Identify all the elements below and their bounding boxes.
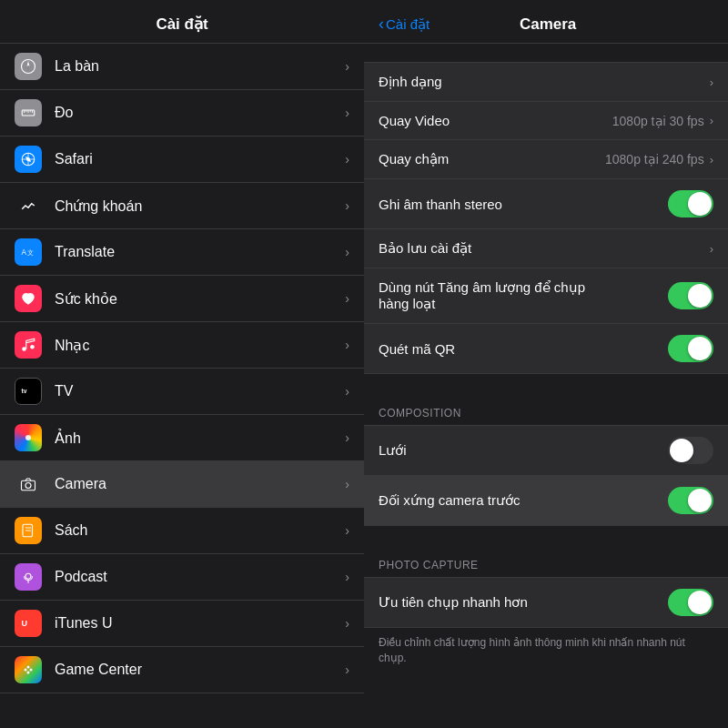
camera-icon (15, 470, 42, 498)
do-chevron: › (345, 106, 349, 120)
dung-nut-label: Dùng nút Tăng âm lượng để chụphàng loạt (379, 279, 668, 312)
doi-xung-label: Đối xứng camera trước (379, 492, 668, 509)
setting-quet-qr[interactable]: Quét mã QR (364, 324, 728, 374)
setting-quay-cham[interactable]: Quay chậm1080p tại 240 fps› (364, 140, 728, 179)
do-label: Đo (55, 105, 345, 121)
camera-label: Camera (55, 476, 345, 492)
uu-tien-toggle[interactable] (668, 589, 713, 616)
setting-quay-video[interactable]: Quay Video1080p tại 30 fps› (364, 102, 728, 140)
left-header: Cài đặt (0, 0, 364, 44)
right-header: ‹ Cài đặt Camera (364, 0, 728, 44)
svg-text:文: 文 (27, 249, 34, 256)
game-center-icon (15, 656, 42, 683)
chung-khoan-chevron: › (345, 198, 349, 213)
svg-point-30 (27, 672, 30, 674)
left-item-game-center[interactable]: Game Center› (0, 647, 364, 693)
setting-ghi-am[interactable]: Ghi âm thanh stereo (364, 179, 728, 229)
tv-icon: tv (15, 378, 42, 405)
ghi-am-toggle[interactable] (668, 190, 713, 217)
setting-luoi[interactable]: Lưới (364, 425, 728, 476)
safari-icon (15, 146, 42, 173)
quay-video-chevron: › (710, 114, 713, 127)
composition-group: LướiĐối xứng camera trước (364, 425, 728, 526)
svg-point-18 (25, 435, 31, 440)
la-ban-icon (15, 53, 42, 80)
chung-khoan-icon (15, 192, 42, 219)
left-item-la-ban[interactable]: La bàn› (0, 44, 364, 90)
itunes-u-icon: U (15, 610, 42, 637)
translate-icon: A文 (15, 238, 42, 266)
dinh-dang-label: Định dạng (379, 74, 710, 90)
luoi-toggle[interactable] (668, 437, 713, 464)
left-item-podcast[interactable]: Podcast› (0, 554, 364, 601)
podcast-icon (15, 563, 42, 591)
setting-dinh-dang[interactable]: Định dạng› (364, 62, 728, 102)
podcast-label: Podcast (55, 569, 345, 585)
left-item-nhac[interactable]: Nhạc› (0, 322, 364, 369)
itunes-u-label: iTunes U (55, 615, 345, 632)
left-item-itunes-u[interactable]: UiTunes U› (0, 601, 364, 647)
left-panel: Cài đặt La bàn›Đo›Safari›Chứng khoán›A文T… (0, 0, 364, 728)
bao-luu-chevron: › (710, 242, 713, 256)
translate-chevron: › (345, 245, 349, 259)
left-title: Cài đặt (156, 15, 207, 33)
right-content: Định dạng›Quay Video1080p tại 30 fps›Qua… (364, 44, 728, 728)
uu-tien-toggle-thumb (688, 591, 712, 614)
anh-chevron: › (345, 430, 349, 445)
svg-point-15 (22, 347, 26, 351)
composition-gap (364, 374, 728, 392)
doi-xung-toggle[interactable] (668, 487, 713, 514)
quay-cham-label: Quay chậm (379, 151, 605, 167)
composition-header: COMPOSITION (364, 392, 728, 425)
ghi-am-label: Ghi âm thanh stereo (379, 197, 668, 212)
svg-point-16 (30, 345, 35, 349)
left-item-translate[interactable]: A文Translate› (0, 229, 364, 276)
svg-text:A: A (22, 248, 27, 257)
setting-bao-luu[interactable]: Bảo lưu cài đặt› (364, 229, 728, 268)
sach-chevron: › (345, 523, 349, 538)
back-button[interactable]: ‹ Cài đặt (379, 15, 430, 34)
left-list: La bàn›Đo›Safari›Chứng khoán›A文Translate… (0, 44, 364, 728)
uu-tien-label: Ưu tiên chụp nhanh hơn (379, 594, 668, 611)
left-item-anh[interactable]: Ảnh› (0, 415, 364, 461)
svg-point-29 (27, 666, 30, 669)
quet-qr-toggle[interactable] (668, 335, 713, 362)
anh-label: Ảnh (55, 430, 345, 447)
setting-uu-tien[interactable]: Ưu tiên chụp nhanh hơn (364, 577, 728, 628)
doi-xung-toggle-thumb (688, 489, 712, 512)
left-item-safari[interactable]: Safari› (0, 136, 364, 183)
setting-doi-xung[interactable]: Đối xứng camera trước (364, 476, 728, 526)
setting-dung-nut[interactable]: Dùng nút Tăng âm lượng để chụphàng loạt (364, 268, 728, 324)
svg-rect-19 (22, 480, 35, 490)
anh-icon (15, 424, 42, 451)
svg-marker-1 (27, 61, 30, 66)
left-item-do[interactable]: Đo› (0, 90, 364, 136)
dung-nut-toggle[interactable] (668, 282, 713, 309)
photo-group: Ưu tiên chụp nhanh hơn (364, 577, 728, 628)
left-section-1: Nhạc›tvTV›Ảnh›Camera›Sách›Podcast›UiTune… (0, 322, 364, 693)
podcast-chevron: › (345, 570, 349, 584)
left-item-tv[interactable]: tvTV› (0, 369, 364, 415)
nhac-label: Nhạc (55, 337, 345, 354)
left-item-suc-khoe[interactable]: Sức khỏe› (0, 276, 364, 321)
sach-icon (15, 517, 42, 544)
svg-marker-2 (27, 66, 30, 72)
left-item-chung-khoan[interactable]: Chứng khoán› (0, 183, 364, 229)
svg-point-24 (25, 573, 31, 579)
tv-label: TV (55, 383, 345, 399)
sach-label: Sách (55, 522, 345, 539)
la-ban-chevron: › (345, 59, 349, 74)
left-item-sach[interactable]: Sách› (0, 508, 364, 554)
chung-khoan-label: Chứng khoán (55, 197, 345, 215)
left-item-camera[interactable]: Camera› (0, 461, 364, 508)
la-ban-label: La bàn (55, 58, 345, 75)
luoi-toggle-thumb (670, 439, 693, 462)
translate-label: Translate (55, 244, 345, 260)
quay-video-label: Quay Video (379, 113, 612, 128)
quet-qr-toggle-thumb (688, 337, 712, 360)
right-panel: ‹ Cài đặt Camera Định dạng›Quay Video108… (364, 0, 728, 728)
quay-cham-chevron: › (710, 153, 713, 167)
nhac-icon (15, 331, 42, 359)
dung-nut-toggle-thumb (688, 284, 712, 308)
svg-point-28 (30, 669, 33, 672)
